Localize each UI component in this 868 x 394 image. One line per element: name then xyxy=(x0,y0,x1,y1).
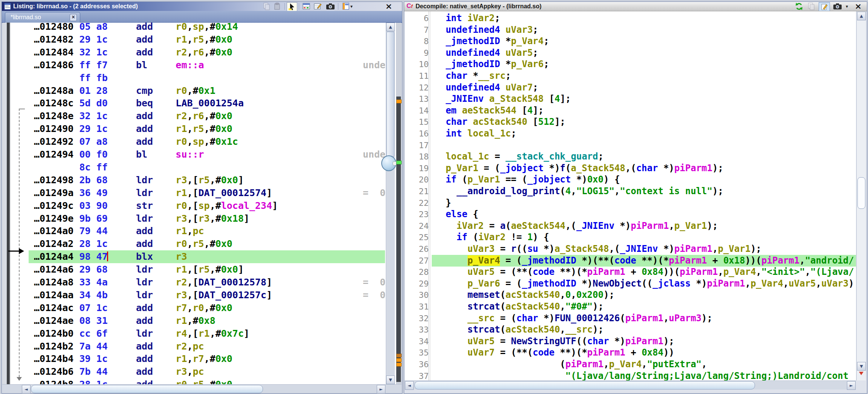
decompile-line[interactable]: 12 undefined4 uVar7; xyxy=(405,82,856,94)
listing-row[interactable]: …0124a4 98 47 blx r3 xyxy=(29,250,385,263)
code-text[interactable]: if (p_Var1 == (_jobject *)0x0) { xyxy=(432,174,856,186)
listing-row[interactable]: …01249c 03 90 str r0,[sp,#local_234] xyxy=(29,199,385,212)
code-text[interactable]: int local_1c; xyxy=(432,128,856,140)
decompile-line[interactable]: 21 __android_log_print(4,"LOG15","contex… xyxy=(405,186,856,197)
decompile-line[interactable]: 25 if (iVar2 != 1) { xyxy=(405,231,856,243)
close-icon[interactable]: × xyxy=(853,2,863,11)
listing-vscrollbar[interactable]: ▲ ▼ xyxy=(386,23,395,384)
code-text[interactable]: __android_log_print(4,"LOG15","context i… xyxy=(432,186,856,197)
code-text[interactable]: uVar5 = (**(code **)(*piParm1 + 0x84))(p… xyxy=(432,266,856,278)
decompile-line[interactable]: 27 p_Var4 = (_jmethodID *)(**(code **)(*… xyxy=(405,255,856,267)
listing-row[interactable]: …0124b0 cc 6f ldr r4,[r1,#0x7c] xyxy=(29,327,385,340)
paste-icon[interactable] xyxy=(272,2,282,11)
decompile-line[interactable]: 15 char acStack540 [512]; xyxy=(405,116,856,128)
code-text[interactable]: uVar3 = r((su *)a_Stack548,(_JNIEnv *)pi… xyxy=(432,243,856,255)
cursor-tool-icon[interactable] xyxy=(287,2,297,11)
decompile-line[interactable]: 35 uVar7 = (**(code **)(*piParm1 + 0x84)… xyxy=(405,347,856,359)
code-text[interactable]: uVar7 = (**(code **)(*piParm1 + 0x84)) xyxy=(432,347,856,359)
decompiler-titlebar[interactable]: Cf Decompile: native_setAppkey - (librrn… xyxy=(404,2,867,11)
listing-row[interactable]: …01248a 01 28 cmp r0,#0x1 xyxy=(29,84,385,97)
code-text[interactable]: _JNIEnv a_Stack548 [4]; xyxy=(432,93,856,105)
code-text[interactable]: p_Var6 = (_jmethodID *)NewObject((_jclas… xyxy=(432,278,856,290)
code-text[interactable]: char *__src; xyxy=(432,70,856,82)
decompile-line[interactable]: 24 iVar2 = a(aeStack544,(_JNIEnv *)piPar… xyxy=(405,220,856,232)
code-text[interactable]: memset(acStack540,0,0x200); xyxy=(432,289,856,301)
dropdown-arrow-icon[interactable]: ▾ xyxy=(844,2,850,11)
listing-row[interactable]: …012482 29 1c add r1,r5,#0x0 xyxy=(29,33,385,46)
table-pencil-icon[interactable] xyxy=(312,2,323,11)
listing-titlebar[interactable]: Listing: librrnad.so - (2 addresses sele… xyxy=(2,2,402,11)
dropdown-arrow-icon[interactable]: ▾ xyxy=(350,4,353,9)
listing-row[interactable]: …012484 32 1c add r2,r6,#0x0 xyxy=(29,46,385,59)
decompile-line[interactable]: 8 _jmethodID *p_Var4; xyxy=(405,35,856,47)
listing-row[interactable]: …0124aa 34 4b ldr r3,[DAT_0001257c] = 00 xyxy=(29,289,385,302)
decompile-line[interactable]: 37 "(Ljava/lang/String;Ljava/lang/String… xyxy=(405,370,856,380)
listing-row[interactable]: 8c ff xyxy=(29,161,385,174)
code-text[interactable]: (piParm1,p_Var4,"putExtra", xyxy=(432,359,856,370)
code-text[interactable]: __src = (char *)FUN_00012426(piParm1,uPa… xyxy=(432,313,856,324)
close-icon[interactable]: × xyxy=(384,2,394,11)
left-divider-bar[interactable] xyxy=(7,23,10,384)
decompile-line[interactable]: 7 undefined4 uVar3; xyxy=(405,24,856,36)
code-text[interactable]: _jmethodID *p_Var4; xyxy=(432,35,856,47)
decompile-line[interactable]: 30 memset(acStack540,0,0x200); xyxy=(405,289,856,301)
code-text[interactable]: em aeStack544 [4]; xyxy=(432,105,856,117)
listing-row[interactable]: …0124b8 28 1c add r0,r5,#0x0 xyxy=(29,378,385,384)
bookmark-marker-orange[interactable] xyxy=(396,363,402,366)
listing-row[interactable]: …012486 ff f7 bl em::a undefi xyxy=(29,59,385,72)
code-text[interactable]: strcat(acStack540,"#0#"); xyxy=(432,301,856,313)
listing-row[interactable]: …01249a 36 49 ldr r1,[DAT_00012574] = 00 xyxy=(29,187,385,199)
listing-row[interactable]: …0124ae 08 31 add r1,#0x8 xyxy=(29,314,385,327)
listing-row[interactable]: …0124ac 07 1c add r7,r0,#0x0 xyxy=(29,302,385,314)
code-text[interactable]: "(Ljava/lang/String;Ljava/lang/String;)L… xyxy=(432,370,856,380)
refresh-icon[interactable] xyxy=(794,2,804,11)
listing-row[interactable]: …0124b4 39 1c add r1,r7,#0x0 xyxy=(29,353,385,365)
decompiler-vscrollbar[interactable]: ▲ ▼ xyxy=(856,11,866,380)
listing-hscroll-thumb[interactable] xyxy=(31,385,263,393)
code-text[interactable]: uVar5 = NewStringUTF((char *)piParm1); xyxy=(432,336,856,347)
listing-rows[interactable]: …012480 05 a8 add r0,sp,#0x14…012482 29 … xyxy=(29,23,385,384)
code-text[interactable]: char acStack540 [512]; xyxy=(432,116,856,128)
copy-icon[interactable] xyxy=(262,2,272,11)
scroll-right-icon[interactable]: ► xyxy=(847,381,856,390)
tab-close-icon[interactable]: × xyxy=(70,14,77,21)
code-text[interactable]: iVar2 = a(aeStack544,(_JNIEnv *)piParm1,… xyxy=(432,220,856,232)
decompile-line[interactable]: 11 char *__src; xyxy=(405,70,856,82)
listing-row[interactable]: ff fb xyxy=(29,72,385,84)
code-text[interactable]: if (iVar2 != 1) { xyxy=(432,231,856,243)
copy-icon[interactable] xyxy=(807,2,816,11)
decompile-line[interactable]: 20 if (p_Var1 == (_jobject *)0x0) { xyxy=(405,174,856,186)
table-edit-icon[interactable] xyxy=(301,2,312,11)
decompile-line[interactable]: 32 __src = (char *)FUN_00012426(piParm1,… xyxy=(405,313,856,324)
listing-row[interactable]: …0124a6 29 68 ldr r1,[r5,#0x0] xyxy=(29,263,385,276)
edit-icon[interactable] xyxy=(819,2,830,11)
snapshot-window-icon[interactable]: ▾ xyxy=(340,2,355,11)
code-text[interactable]: local_1c = __stack_chk_guard; xyxy=(432,151,856,163)
decompile-line[interactable]: 28 uVar5 = (**(code **)(*piParm1 + 0x84)… xyxy=(405,266,856,278)
decompile-line[interactable]: 36 (piParm1,p_Var4,"putExtra", xyxy=(405,359,856,370)
cursor-marker-green[interactable] xyxy=(396,161,402,164)
code-text[interactable]: p_Var4 = (_jmethodID *)(**(code **)(*piP… xyxy=(432,255,856,267)
scroll-up-icon[interactable]: ▲ xyxy=(857,12,866,20)
scroll-left-icon[interactable]: ◄ xyxy=(22,385,31,394)
listing-row[interactable]: …01249e 9b 69 ldr r3,[r3,#0x18] xyxy=(29,212,385,225)
code-text[interactable]: } xyxy=(432,197,856,209)
decompiler-vscroll-thumb[interactable] xyxy=(857,177,865,209)
listing-row[interactable]: …0124a2 28 1c add r0,r5,#0x0 xyxy=(29,238,385,250)
decompile-line[interactable]: 16 int local_1c; xyxy=(405,128,856,140)
decompile-line[interactable]: 34 uVar5 = NewStringUTF((char *)piParm1)… xyxy=(405,336,856,347)
listing-content[interactable]: …012480 05 a8 add r0,sp,#0x14…012482 29 … xyxy=(2,23,402,384)
code-text[interactable]: undefined4 uVar3; xyxy=(432,24,856,36)
decompile-line[interactable]: 23 else { xyxy=(405,208,856,220)
decompile-line[interactable]: 29 p_Var6 = (_jmethodID *)NewObject((_jc… xyxy=(405,278,856,290)
decompile-line[interactable]: 18 local_1c = __stack_chk_guard; xyxy=(405,151,856,163)
listing-row[interactable]: …012490 29 1c add r1,r5,#0x0 xyxy=(29,123,385,135)
code-text[interactable]: undefined4 uVar7; xyxy=(432,82,856,94)
decompiler-hscroll-thumb[interactable] xyxy=(414,381,755,389)
decompile-line[interactable]: 26 uVar3 = r((su *)a_Stack548,(_JNIEnv *… xyxy=(405,243,856,255)
bookmark-marker-orange[interactable] xyxy=(396,100,402,103)
listing-row[interactable]: …012492 07 a8 add r0,sp,#0x1c xyxy=(29,135,385,148)
listing-row[interactable]: …01248e 32 1c add r2,r6,#0x0 xyxy=(29,110,385,123)
decompile-line[interactable]: 19 p_Var1 = (_jobject *)f(a_Stack548,(ch… xyxy=(405,163,856,174)
listing-row[interactable]: …012480 05 a8 add r0,sp,#0x14 xyxy=(29,23,385,33)
